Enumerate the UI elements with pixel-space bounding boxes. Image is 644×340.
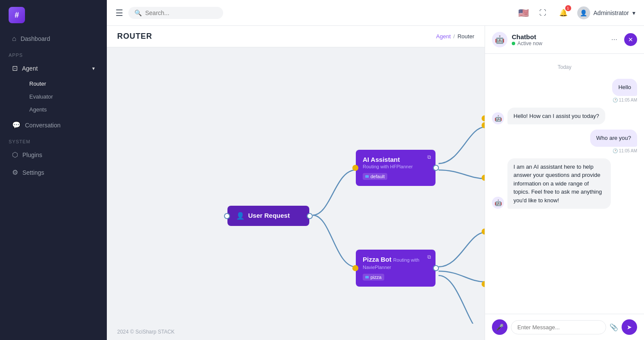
flag-icon: 🇺🇸 [518, 8, 529, 18]
chat-text-input[interactable] [511, 320, 606, 334]
topbar: ☰ 🔍 🇺🇸 ⛶ 🔔 1 👤 Administrator ▾ [107, 0, 644, 26]
chatbot-avatar: 🤖 [492, 32, 507, 47]
flow-footer: 2024 © SciSharp STACK [107, 324, 485, 340]
bot-mini-avatar-2: 🤖 [492, 197, 504, 209]
chat-title: Chatbot [512, 33, 542, 40]
chat-header-actions: ⋯ ✕ [608, 33, 637, 46]
chevron-down-icon: ▾ [92, 65, 95, 71]
breadcrumb-separator: / [453, 33, 455, 40]
user-icon: 👤 [236, 212, 245, 220]
chat-message-1: Hello 🕐 11:05 AM [612, 79, 637, 102]
sidebar-item-agent[interactable]: ⊡ Agent ▾ [3, 60, 103, 77]
clock-icon-2: 🕐 [613, 148, 618, 153]
bubble-user-1: Hello [612, 79, 637, 96]
chat-panel: 🤖 Chatbot Active now ⋯ ✕ Today [485, 26, 644, 340]
chat-message-row-4: 🤖 I am an AI assistant here to help answ… [492, 158, 637, 209]
sidebar-logo: # [0, 0, 107, 30]
flow-header: ROUTER Agent / Router [107, 26, 485, 47]
chat-message-row-1: Hello 🕐 11:05 AM [492, 79, 637, 102]
sidebar-section-apps: APPS [0, 47, 107, 59]
copy-icon-pizza[interactable]: ⧉ [427, 254, 431, 260]
bubble-bot-1: Hello! How can I assist you today? [507, 108, 605, 125]
chat-message-3: Who are you? 🕐 11:05 AM [590, 130, 637, 153]
sidebar-sub-item-evaluator[interactable]: Evaluator [24, 90, 103, 103]
menu-button[interactable]: ☰ [115, 8, 123, 18]
chatbot-dot2 [482, 122, 485, 128]
search-bar[interactable]: 🔍 [128, 7, 223, 19]
bubble-bot-2: I am an AI assistant here to help answer… [507, 158, 611, 209]
status-text: Active now [517, 40, 542, 46]
sidebar-dashboard-label: Dashboard [21, 35, 50, 42]
node-pizza-left-dot [352, 265, 358, 271]
logo-icon: # [9, 7, 25, 23]
copy-icon[interactable]: ⧉ [427, 154, 431, 160]
user-avatar: 👤 [577, 6, 590, 19]
sidebar-item-settings[interactable]: ⚙ Settings [3, 164, 103, 181]
flow-canvas: 👤 User Request AI Assistant Routing with… [107, 47, 485, 324]
gear-icon: ⚙ [12, 168, 18, 176]
node-ai-assistant[interactable]: AI Assistant Routing with HFPlanner defa… [356, 150, 436, 186]
clock-icon: 🕐 [613, 98, 618, 102]
sidebar-item-plugins[interactable]: ⬡ Plugins [3, 146, 103, 163]
chat-messages: Today Hello 🕐 11:05 AM 🤖 [485, 54, 644, 314]
chat-header-info: Chatbot Active now [512, 33, 542, 46]
node-user-request[interactable]: 👤 User Request [227, 206, 309, 226]
flow-area: ROUTER Agent / Router [107, 26, 485, 340]
notification-button[interactable]: 🔔 1 [557, 6, 570, 20]
footer-copyright: 2024 © SciSharp STACK [117, 329, 174, 335]
chat-input-area: 🎤 📎 ➤ [485, 314, 644, 340]
status-indicator [512, 42, 515, 45]
sidebar-plugins-label: Plugins [22, 151, 42, 158]
expand-button[interactable]: ⛶ [536, 6, 550, 20]
breadcrumb: Agent / Router [436, 33, 474, 40]
node-user-request-label: User Request [248, 212, 290, 219]
chat-close-button[interactable]: ✕ [624, 33, 637, 46]
content-area: ROUTER Agent / Router [107, 26, 644, 340]
node-ai-left-dot [352, 165, 358, 171]
sidebar-section-system: SYSTEM [0, 134, 107, 146]
bot-mini-avatar-1: 🤖 [492, 112, 504, 124]
order-left-dot [482, 175, 485, 181]
page-title: ROUTER [117, 32, 152, 41]
sidebar-sub-item-router[interactable]: Router [24, 77, 103, 90]
search-input[interactable] [145, 9, 214, 16]
chat-date-divider: Today [492, 64, 637, 70]
main-area: ☰ 🔍 🇺🇸 ⛶ 🔔 1 👤 Administrator ▾ ROUTER [107, 0, 644, 340]
node-connector-left [224, 213, 230, 219]
sidebar-conversation-label: Conversation [25, 122, 61, 129]
breadcrumb-agent-link[interactable]: Agent [436, 33, 451, 40]
chat-header: 🤖 Chatbot Active now ⋯ ✕ [485, 26, 644, 54]
sidebar-agent-label: Agent [22, 65, 38, 72]
sidebar-item-conversation[interactable]: 💬 Conversation [3, 117, 103, 133]
notification-badge: 1 [565, 5, 571, 11]
chat-status: Active now [512, 40, 542, 46]
send-button[interactable]: ➤ [622, 319, 637, 335]
node-pizza-bot-tag: pizza [363, 274, 384, 281]
chatbot-dot1 [482, 115, 485, 121]
mic-button[interactable]: 🎤 [492, 319, 507, 335]
chat-message-row-3: Who are you? 🕐 11:05 AM [492, 130, 637, 153]
sidebar-item-dashboard[interactable]: ⌂ Dashboard [3, 31, 103, 47]
bubble-time-3: 🕐 11:05 AM [590, 148, 637, 153]
agent-icon: ⊡ [12, 64, 18, 72]
chat-message-4: I am an AI assistant here to help answer… [507, 158, 611, 209]
attach-button[interactable]: 📎 [610, 323, 618, 331]
node-connector-right [307, 213, 313, 219]
user-menu[interactable]: 👤 Administrator ▾ [577, 6, 635, 19]
sidebar: # ⌂ Dashboard APPS ⊡ Agent ▾ Router Eval… [0, 0, 107, 340]
home-icon: ⌂ [12, 35, 16, 43]
node-ai-assistant-tag: default [363, 173, 387, 180]
sidebar-settings-label: Settings [22, 169, 44, 176]
node-pizza-bot[interactable]: Pizza Bot Routing with NaviePlanner pizz… [356, 250, 436, 287]
chat-message-row-2: 🤖 Hello! How can I assist you today? [492, 108, 637, 125]
plugin-icon: ⬡ [12, 151, 18, 159]
topbar-right: 🇺🇸 ⛶ 🔔 1 👤 Administrator ▾ [518, 6, 635, 20]
search-icon: 🔍 [134, 9, 142, 16]
chat-message-2: Hello! How can I assist you today? [507, 108, 605, 125]
node-ai-assistant-title: AI Assistant [363, 156, 429, 163]
bubble-user-2: Who are you? [590, 130, 637, 147]
chat-more-button[interactable]: ⋯ [608, 33, 621, 46]
node-ai-assistant-subtitle: Routing with HFPlanner [363, 164, 429, 169]
user-chevron-icon: ▾ [632, 9, 635, 16]
sidebar-sub-item-agents[interactable]: Agents [24, 103, 103, 116]
